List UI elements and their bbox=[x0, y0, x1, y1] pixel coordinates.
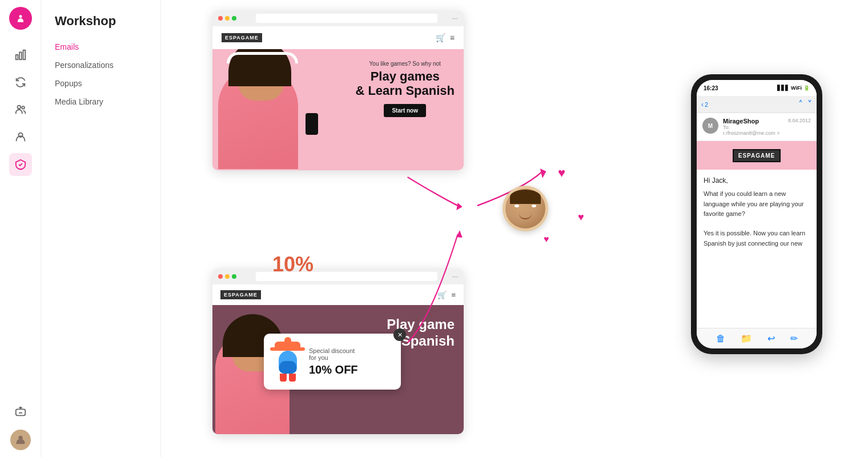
signal-icon: ▋▋▋ bbox=[777, 85, 789, 91]
phone-email-logo-strip: ESPAGAME bbox=[697, 141, 817, 170]
phone-time: 16:23 bbox=[704, 85, 718, 91]
sidebar-icon-workshop[interactable] bbox=[9, 153, 32, 176]
dot-yellow-b bbox=[225, 274, 230, 279]
menu-icon-b: ≡ bbox=[451, 291, 456, 299]
svg-rect-3 bbox=[23, 50, 25, 60]
phone-greeting: Hi Jack, bbox=[704, 175, 810, 186]
app-logo[interactable] bbox=[9, 7, 32, 30]
phone-bottom-bar: 🗑 📁 ↩ ✏ bbox=[697, 328, 817, 348]
compose-icon[interactable]: ✏ bbox=[790, 333, 798, 344]
nav-item-media-library[interactable]: Media Library bbox=[41, 93, 160, 111]
reply-icon[interactable]: ↩ bbox=[767, 333, 775, 344]
trash-icon[interactable]: 🗑 bbox=[716, 334, 725, 344]
user-avatar[interactable] bbox=[10, 430, 31, 450]
chevron-up-icon[interactable]: ˄ bbox=[798, 99, 803, 110]
svg-rect-7 bbox=[15, 409, 25, 415]
browser-bar-top: ··· bbox=[212, 10, 464, 26]
phone-email-date: 8.04.2012 bbox=[788, 118, 811, 123]
popup-text-content: Special discount for you 10% OFF bbox=[309, 347, 358, 376]
center-person-avatar bbox=[503, 186, 548, 231]
dot-yellow bbox=[225, 16, 230, 21]
email-cta-button[interactable]: Start now bbox=[384, 104, 426, 117]
main-content: ··· ESPAGAME 🛒 ≡ bbox=[161, 0, 868, 457]
svg-point-8 bbox=[20, 407, 21, 408]
browser-dots bbox=[218, 16, 236, 21]
phone-email-header: M MirageShop To: r.rfroozman8@me.com > 8… bbox=[697, 113, 817, 141]
nav-item-popups[interactable]: Popups bbox=[41, 74, 160, 93]
popup-discount-value: 10% OFF bbox=[309, 363, 358, 376]
browser-mockup-bottom: ··· ESPAGAME 🛒 ≡ bbox=[212, 268, 464, 434]
phone-nav-bar: ‹ 2 ˄ ˅ bbox=[697, 96, 817, 113]
phone-status-icons: ▋▋▋ WiFi 🔋 bbox=[777, 85, 810, 91]
cart-icon: 🛒 bbox=[436, 33, 445, 42]
dot-green bbox=[232, 16, 236, 21]
svg-point-0 bbox=[19, 15, 22, 18]
phone-back-button[interactable]: ‹ 2 bbox=[701, 101, 708, 109]
sidebar-icon-analytics[interactable] bbox=[9, 43, 32, 66]
email-header-strip: ESPAGAME 🛒 ≡ bbox=[212, 26, 464, 49]
phone-body-text-1: What if you could learn a new language w… bbox=[704, 189, 810, 219]
page-title: Workshop bbox=[41, 9, 160, 38]
svg-point-5 bbox=[22, 106, 25, 109]
sidebar-bottom bbox=[9, 398, 32, 450]
heart-3: ♥ bbox=[544, 234, 549, 244]
svg-marker-11 bbox=[456, 230, 463, 238]
heart-2: ♥ bbox=[578, 211, 584, 223]
browser-bar-bottom: ··· bbox=[212, 268, 464, 284]
sidebar-icon-bot[interactable] bbox=[9, 400, 32, 423]
cart-icon-b: 🛒 bbox=[437, 291, 447, 299]
svg-marker-12 bbox=[540, 169, 546, 178]
sidebar-icon-contacts[interactable] bbox=[9, 126, 32, 149]
espagame-logo-bottom: ESPAGAME bbox=[220, 290, 261, 299]
email-hero-sub: You like games? So why not bbox=[355, 61, 455, 67]
phone-screen: 16:23 ▋▋▋ WiFi 🔋 ‹ 2 ˄ ˅ bbox=[697, 80, 817, 348]
svg-rect-2 bbox=[19, 52, 22, 59]
wifi-icon: WiFi bbox=[791, 85, 802, 91]
svg-point-4 bbox=[17, 106, 21, 109]
email-nav-icons: 🛒 ≡ bbox=[436, 33, 455, 42]
sidebar-icon-audience[interactable] bbox=[9, 98, 32, 121]
folder-icon[interactable]: 📁 bbox=[741, 333, 752, 344]
popup-discount-title: Special discount for you bbox=[309, 347, 358, 361]
nav-item-personalizations[interactable]: Personalizations bbox=[41, 56, 160, 74]
chevron-left-icon: ‹ bbox=[701, 101, 704, 109]
phone-espagame-logo: ESPAGAME bbox=[733, 149, 781, 162]
dot-red-b bbox=[218, 274, 223, 279]
phone-nav-actions: ˄ ˅ bbox=[798, 99, 812, 110]
dot-red bbox=[218, 16, 223, 21]
phone-sender-info: MirageShop To: r.rfroozman8@me.com > bbox=[723, 118, 783, 136]
phone-email-body: Hi Jack, What if you could learn a new l… bbox=[697, 170, 817, 254]
browser-mockup-top: ··· ESPAGAME 🛒 ≡ bbox=[212, 10, 464, 170]
chevron-down-icon[interactable]: ˅ bbox=[807, 99, 812, 110]
espagame-logo-top: ESPAGAME bbox=[222, 33, 262, 42]
phone-sender-to: To: r.rfroozman8@me.com > bbox=[723, 125, 783, 136]
svg-rect-1 bbox=[15, 55, 18, 59]
nav-item-emails[interactable]: Emails bbox=[41, 38, 160, 56]
phone-mockup: 16:23 ▋▋▋ WiFi 🔋 ‹ 2 ˄ ˅ bbox=[691, 74, 822, 354]
popup-close-button[interactable]: ✕ bbox=[393, 328, 406, 341]
dot-green-b bbox=[232, 274, 236, 279]
popup-modal: ✕ bbox=[264, 334, 401, 390]
menu-icon: ≡ bbox=[450, 33, 455, 42]
sidebar-icon-sync[interactable] bbox=[9, 71, 32, 94]
sidebar bbox=[0, 0, 41, 457]
phone-sender-icon: M bbox=[702, 118, 718, 134]
phone-sender-name: MirageShop bbox=[723, 118, 783, 125]
phone-body-text-2: Yes it is possible. Now you can learn Sp… bbox=[704, 228, 810, 248]
nav-panel: Workshop Emails Personalizations Popups … bbox=[41, 0, 161, 457]
popup-character bbox=[272, 342, 303, 382]
phone-status-bar: 16:23 ▋▋▋ WiFi 🔋 bbox=[697, 80, 817, 96]
browser-url bbox=[256, 14, 437, 23]
heart-1: ♥ bbox=[558, 166, 565, 181]
battery-icon: 🔋 bbox=[803, 85, 810, 91]
browser-dots-bottom bbox=[218, 274, 236, 279]
email-hero-title: Play games & Learn Spanish bbox=[355, 69, 455, 98]
percent-text: 10% bbox=[272, 252, 314, 276]
svg-marker-10 bbox=[456, 203, 463, 210]
